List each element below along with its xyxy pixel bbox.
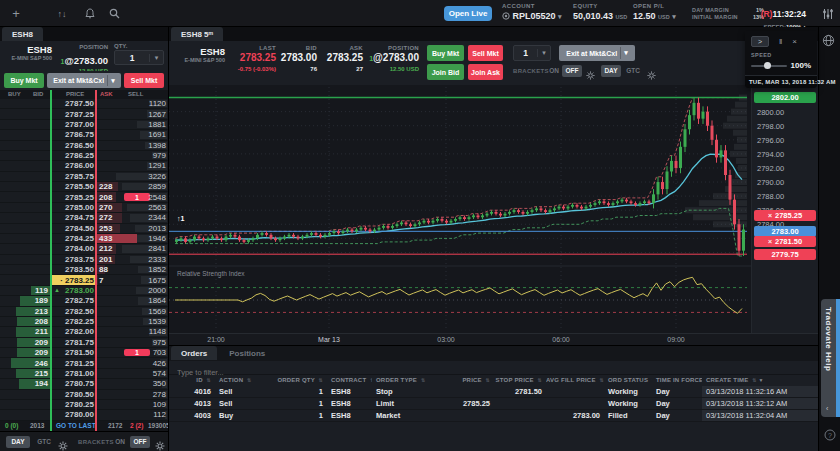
dom-row[interactable]: 2787.501120 [0,99,168,109]
ask-size[interactable]: 272 [99,213,129,222]
price-cell[interactable]: 2780.50 [52,390,94,399]
orders-col-contract[interactable]: CONTRACT ⇅ [327,375,372,386]
chart-sell-mkt-button[interactable]: Sell Mkt [468,45,503,61]
dom-row[interactable]: 2152781.00574 [0,369,168,379]
gear-icon[interactable] [647,66,656,84]
bid-size[interactable]: 211 [10,327,48,336]
sell-mkt-button[interactable]: Sell Mkt [124,73,164,88]
help-tab[interactable]: Tradovate Help ‹ [821,299,836,417]
col-price[interactable]: PRICE [66,91,84,97]
join-ask-button[interactable]: Join Ask [468,64,503,80]
dom-qty-select[interactable]: 1 ▾ [114,50,164,65]
add-icon[interactable]: + [8,0,24,27]
chart-exit-button[interactable]: Exit at Mkt&Cxl▾ [559,45,635,61]
chart-brackets-on[interactable]: ON [547,65,561,77]
chart-area[interactable]: 80604020 2800.002798.002796.002794.00279… [169,85,819,345]
dom-row[interactable]: 7· 2783.251675 [0,275,168,285]
orders-col-order-type[interactable]: ORDER TYPE ⇅ [372,375,434,386]
price-axis[interactable]: 2800.002798.002796.002794.002792.002790.… [751,85,819,333]
bell-icon[interactable] [82,0,98,27]
price-cell[interactable]: 2785.75 [52,172,94,181]
ask-size[interactable]: 270 [99,203,129,212]
price-cell[interactable]: 2784.25 [52,234,94,243]
col-ask[interactable]: ASK [100,91,113,97]
orders-col-stop-price[interactable]: STOP PRICE ⇅ [494,375,546,386]
price-cell[interactable]: · 2783.25 [51,275,95,284]
cancel-order-icon[interactable]: × [768,238,772,245]
dom-row[interactable]: 2780.00112 [0,410,168,420]
chart-buy-mkt-button[interactable]: Buy Mkt [427,45,464,61]
price-cell[interactable]: 2781.25 [52,358,94,367]
price-cell[interactable]: 2787.50 [52,99,94,108]
open-pl-block[interactable]: OPEN P/L 12.50 USD ▾ [633,3,676,21]
chevron-down-icon[interactable]: ▾ [149,54,163,62]
price-cell[interactable]: 2782.50 [52,307,94,316]
time-axis[interactable]: 21:00Mar 1303:0006:0009:00 [169,333,819,345]
price-cell[interactable]: 2782.25 [52,317,94,326]
gear-icon[interactable] [58,437,68,451]
dom-tab-esh8[interactable]: ESH8 [2,27,43,41]
chart-brackets-off[interactable]: OFF [562,65,582,77]
price-cell[interactable]: 2783.75 [52,255,94,264]
bid-size[interactable]: 208 [10,317,48,326]
exit-at-mkt-cxl-button[interactable]: Exit at Mkt&Cxl▾ [47,73,121,88]
orders-col-avg-fill-price[interactable]: AVG FILL PRICE ⇅ [546,375,604,386]
orders-col-create-time[interactable]: CREATE TIME ⇅ ▼ [702,375,819,386]
chart-tab-esh8-5m[interactable]: ESH8 5ᵐ [171,27,223,41]
bid-size[interactable]: 213 [10,307,48,316]
chart-qty-select[interactable]: 1 ▾ [513,45,551,61]
price-cell[interactable]: 2786.25 [52,151,94,160]
price-cell[interactable]: 2785.25 [52,192,94,201]
bid-size[interactable]: 189 [10,296,48,305]
ask-size[interactable]: 253 [99,224,129,233]
price-cell[interactable]: 2781.50 [52,348,94,357]
sort-icon[interactable]: ⇅ [207,377,211,383]
price-chart[interactable]: 80604020 [169,85,819,345]
ask-size[interactable]: 228 [99,182,129,191]
ask-size[interactable]: 7 [99,275,129,284]
gear-icon[interactable] [155,437,165,451]
dom-row[interactable]: 2082782.251539 [0,317,168,327]
dom-row[interactable]: 2012783.752333 [0,255,168,265]
sort-icon[interactable]: ⇅ [486,377,490,383]
dom-row[interactable]: 2787.001881 [0,120,168,130]
order-row[interactable]: 4013Sell1ESH8Limit2785.25WorkingDay03/13… [169,398,819,410]
search-icon[interactable] [106,0,122,27]
position-price-badge[interactable]: 2783.00 [754,226,816,237]
close-icon[interactable]: × [792,37,797,46]
orders-col-order-qty[interactable]: ORDER QTY ⇅ [277,375,327,386]
dom-row[interactable]: 2132782.501569 [0,307,168,317]
bid-size[interactable]: 215 [10,369,48,378]
dom-row[interactable]: 2786.001291 [0,161,168,171]
orders-col-price[interactable]: PRICE ⇅ [434,375,494,386]
price-cell[interactable]: 2784.75 [52,213,94,222]
price-cell[interactable]: 2784.50 [52,224,94,233]
price-cell[interactable]: 2786.50 [52,141,94,150]
price-cell[interactable]: 2786.75 [52,130,94,139]
go-to-last-button[interactable]: GO TO LAST [56,422,96,429]
chevron-down-icon[interactable]: ▾ [537,49,550,57]
orders-col-time-in-force[interactable]: TIME IN FORCE ⇅ [652,375,702,386]
dom-row[interactable]: 2780.25109 [0,400,168,410]
dom-row[interactable]: 2092781.75975 [0,338,168,348]
gtc-toggle[interactable]: GTC [33,436,55,448]
order-price-badge[interactable]: ×2781.50 [754,236,816,247]
bid-size[interactable]: 119 [10,286,48,295]
col-sell[interactable]: SELL [128,91,143,97]
play-icon[interactable]: > [751,36,769,47]
order-row[interactable]: 4003Buy1ESH8Market2783.00FilledDay03/13/… [169,410,819,422]
tab-orders[interactable]: Orders [171,346,217,360]
dom-row[interactable]: 1892782.751864 [0,296,168,306]
dom-row[interactable]: 2787.251267 [0,109,168,119]
account-block[interactable]: ACCOUNT RPL05520 ▾ [502,3,562,21]
ask-size[interactable]: 88 [99,265,129,274]
sort-icon[interactable]: ⇅ [319,377,323,383]
question-icon[interactable]: ? [824,427,836,445]
price-cell[interactable]: 2780.25 [52,400,94,409]
dom-row[interactable]: 2462781.25426 [0,358,168,368]
price-cell[interactable]: 2784.00 [52,244,94,253]
slider-knob[interactable] [764,62,771,69]
price-cell[interactable]: 2785.00 [52,203,94,212]
price-cell[interactable]: 2781.00 [52,369,94,378]
join-bid-button[interactable]: Join Bid [427,64,464,80]
